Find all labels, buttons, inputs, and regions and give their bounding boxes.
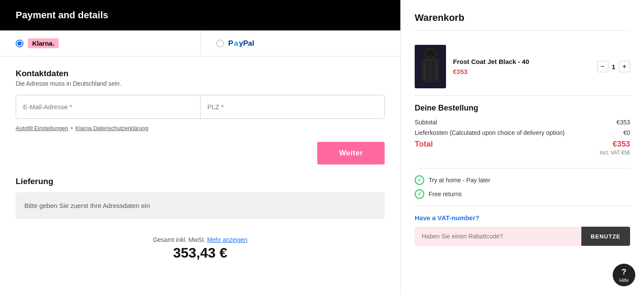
- email-input[interactable]: [16, 95, 201, 118]
- qty-value: 1: [612, 63, 615, 70]
- lieferung-title: Lieferung: [16, 177, 385, 186]
- hilfe-label: Hilfe: [619, 278, 629, 283]
- svg-rect-4: [435, 59, 437, 80]
- vat-note: Incl. VAT €56: [415, 150, 630, 156]
- contact-inputs: [16, 95, 385, 119]
- benefit-free-returns: Free returns: [415, 189, 630, 199]
- paypal-payment-option[interactable]: PayPal: [201, 30, 401, 56]
- total-row: Total €353: [415, 140, 630, 149]
- rabatt-button[interactable]: BENUTZE: [581, 227, 630, 246]
- klarna-badge: Klarna.: [28, 38, 59, 48]
- check-icon-2: [415, 189, 424, 199]
- total-footer: Gesamt inkl. MwSt. Mehr anzeigen 353,43 …: [0, 228, 400, 265]
- hilfe-icon: ?: [622, 268, 627, 277]
- product-row: Frost Coat Jet Black - 40 €353 − 1 +: [415, 38, 630, 96]
- lieferung-placeholder-text: Bitte geben Sie zuerst Ihre Adressdaten …: [16, 192, 385, 219]
- benefit-label-2: Free returns: [429, 191, 462, 198]
- order-summary-title: Deine Bestellung: [415, 104, 630, 113]
- payment-header-title: Payment and details: [16, 10, 108, 20]
- rabatt-row: BENUTZE: [415, 227, 630, 246]
- contact-subtitle: Die Adresse muss in Deutschland sein.: [16, 80, 385, 87]
- benefit-label-1: Try at home - Pay later: [429, 177, 490, 184]
- vat-link[interactable]: Have a VAT-number?: [415, 214, 630, 221]
- separator: •: [71, 125, 73, 131]
- autofill-link[interactable]: Autofill Einstellungen: [16, 125, 68, 131]
- product-name: Frost Coat Jet Black - 40: [453, 58, 590, 65]
- qty-controls: − 1 +: [597, 61, 630, 72]
- coat-svg: [415, 45, 446, 88]
- subtotal-value: €353: [617, 119, 630, 126]
- product-image: [415, 45, 446, 88]
- contact-form-section: Kontaktdaten Die Adresse muss in Deutsch…: [0, 57, 400, 177]
- autofill-row: Autofill Einstellungen • Klarna Datensch…: [16, 125, 385, 131]
- rabatt-input[interactable]: [415, 227, 581, 246]
- subtotal-label: Subtotal: [415, 119, 437, 126]
- total-amount: 353,43 €: [173, 245, 228, 261]
- weiter-button[interactable]: Weiter: [317, 142, 385, 164]
- benefit-try-at-home: Try at home - Pay later: [415, 175, 630, 185]
- subtotal-row: Subtotal €353: [415, 119, 630, 126]
- klarna-radio[interactable]: [16, 40, 23, 47]
- sidebar-panel: Warenkorb Frost Coat Jet Black - 40 €353: [400, 0, 644, 295]
- payment-header: Payment and details: [0, 0, 400, 30]
- product-price: €353: [453, 68, 590, 75]
- delivery-label: Lieferkosten (Calculated upon choice of …: [415, 129, 565, 136]
- payment-methods-bar: Klarna. PayPal: [0, 30, 400, 57]
- privacy-link[interactable]: Klarna Datenschutzerklärung: [75, 125, 148, 131]
- delivery-row: Lieferkosten (Calculated upon choice of …: [415, 129, 630, 136]
- delivery-value: €0: [623, 129, 630, 136]
- mehr-anzeigen-link[interactable]: Mehr anzeigen: [207, 236, 248, 243]
- lieferung-section: Lieferung Bitte geben Sie zuerst Ihre Ad…: [0, 177, 400, 228]
- total-label: Total: [415, 140, 433, 149]
- paypal-logo: PayPal: [228, 39, 255, 48]
- warenkorb-title: Warenkorb: [415, 12, 630, 31]
- qty-increase-button[interactable]: +: [619, 61, 630, 72]
- product-info: Frost Coat Jet Black - 40 €353: [453, 58, 590, 75]
- contact-title: Kontaktdaten: [16, 69, 385, 78]
- klarna-payment-option[interactable]: Klarna.: [0, 30, 201, 56]
- plz-input[interactable]: [201, 95, 385, 118]
- paypal-radio[interactable]: [216, 40, 224, 47]
- hilfe-button[interactable]: ? Hilfe: [613, 264, 635, 286]
- total-value: €353: [613, 140, 630, 149]
- benefits-section: Try at home - Pay later Free returns: [415, 168, 630, 206]
- svg-rect-3: [423, 59, 426, 80]
- total-label-small: Gesamt inkl. MwSt. Mehr anzeigen: [153, 236, 247, 243]
- check-icon-1: [415, 175, 424, 185]
- qty-decrease-button[interactable]: −: [597, 61, 608, 72]
- vat-section: Have a VAT-number? BENUTZE: [415, 206, 630, 251]
- order-summary-section: Deine Bestellung Subtotal €353 Lieferkos…: [415, 96, 630, 168]
